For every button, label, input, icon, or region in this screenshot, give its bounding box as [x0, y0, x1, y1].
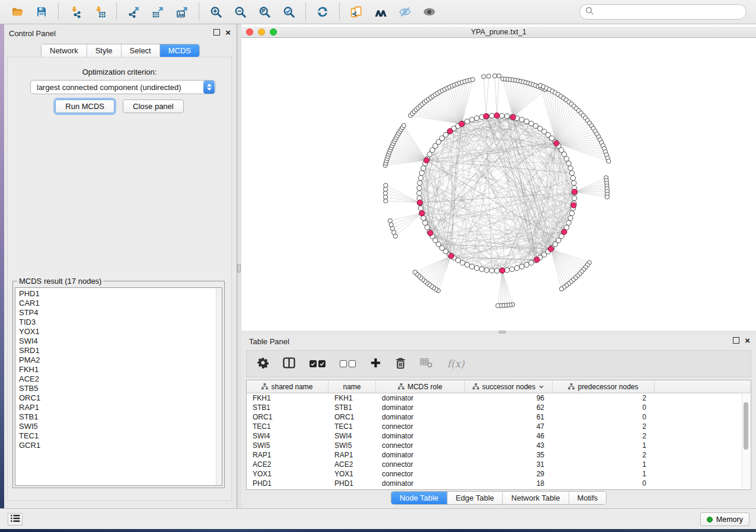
add-column-button[interactable]	[370, 357, 381, 370]
network-view-window: YPA_prune.txt_1	[241, 24, 756, 331]
result-node[interactable]: ACE2	[19, 374, 222, 384]
cell-successor-nodes: 62	[465, 403, 553, 412]
cell-mcds-role: connector	[376, 470, 465, 478]
table-row[interactable]: PHD1PHD1dominator180	[247, 479, 751, 488]
close-table-panel-icon[interactable]: ×	[745, 338, 750, 343]
refresh-view-button[interactable]	[312, 2, 333, 22]
column-header-name[interactable]: name	[328, 380, 376, 393]
column-header-predecessor-nodes[interactable]: predecessor nodes	[553, 380, 655, 393]
cell-predecessor-nodes: 0	[553, 479, 655, 488]
search-input[interactable]	[597, 7, 746, 17]
refresh-icon	[316, 5, 329, 18]
optimization-criterion-select[interactable]: largest connected component (undirected)	[30, 80, 216, 94]
table-scrollbar[interactable]	[742, 394, 749, 488]
cell-shared-name: PHD1	[247, 479, 328, 488]
cell-shared-name: FKH1	[247, 394, 328, 402]
delete-column-button[interactable]	[395, 357, 406, 371]
column-header-MCDS-role[interactable]: MCDS role	[376, 380, 465, 393]
result-node[interactable]: RAP1	[19, 403, 222, 412]
table-columns-button[interactable]	[283, 357, 295, 370]
splitter-grip[interactable]	[237, 264, 241, 273]
result-node[interactable]: SRD1	[19, 346, 222, 355]
result-node[interactable]: CAR1	[19, 299, 222, 308]
tab-network-table[interactable]: Network Table	[503, 492, 569, 504]
show-all-button[interactable]	[419, 2, 439, 22]
tab-style[interactable]: Style	[87, 44, 122, 57]
network-graph[interactable]	[241, 38, 756, 331]
export-network-icon	[127, 6, 140, 18]
table-panel: Table Panel × f(x) shared namenameMCDS r…	[241, 334, 756, 508]
table-settings-button[interactable]	[257, 357, 269, 370]
export-network-button[interactable]	[123, 2, 143, 22]
table-row[interactable]: STB1STB1dominator620	[247, 403, 751, 412]
float-table-panel-icon[interactable]	[733, 337, 739, 344]
mcds-result-list[interactable]: PHD1CAR1STP4TID3YOX1SWI4SRD1PMA2FKH1ACE2…	[15, 287, 222, 486]
table-row[interactable]: YOX1YOX1connector291	[247, 469, 751, 479]
table-row[interactable]: ORC1ORC1dominator610	[247, 412, 751, 422]
cell-mcds-role: dominator	[376, 479, 465, 488]
close-panel-icon[interactable]: ×	[225, 30, 231, 35]
table-row[interactable]: ACE2ACE2connector311	[247, 460, 751, 469]
cell-successor-nodes: 47	[465, 422, 553, 431]
cell-shared-name: SWI4	[247, 432, 328, 440]
trash-icon	[395, 357, 406, 371]
network-window-titlebar[interactable]: YPA_prune.txt_1	[241, 27, 756, 38]
result-node[interactable]: TID3	[19, 318, 222, 327]
result-node[interactable]: STB5	[19, 384, 222, 393]
result-node[interactable]: TEC1	[19, 431, 222, 441]
zoom-selected-button[interactable]	[279, 2, 299, 22]
tree-icon	[473, 383, 479, 390]
result-node[interactable]: STB1	[19, 412, 222, 422]
result-node[interactable]: STP4	[19, 308, 222, 318]
search-box	[579, 4, 747, 20]
result-node[interactable]: YOX1	[19, 327, 222, 336]
table-row[interactable]: RAP1RAP1dominator352	[247, 450, 751, 460]
close-mcds-panel-button[interactable]: Close panel	[123, 100, 184, 113]
result-node[interactable]: GCR1	[19, 441, 222, 450]
tab-node-table[interactable]: Node Table	[391, 492, 448, 504]
result-node[interactable]: PHD1	[19, 289, 222, 299]
export-image-button[interactable]	[172, 2, 192, 22]
zoom-fit-icon	[259, 6, 271, 18]
hide-selected-button[interactable]	[395, 2, 415, 22]
tab-mcds[interactable]: MCDS	[160, 44, 199, 57]
table-row[interactable]: SWI4SWI4dominator462	[247, 431, 751, 441]
run-mcds-button[interactable]: Run MCDS	[55, 100, 114, 113]
tab-motifs[interactable]: Motifs	[569, 492, 606, 504]
import-table-button[interactable]	[90, 2, 110, 22]
zoom-fit-button[interactable]	[254, 2, 275, 22]
select-all-rows-button[interactable]	[310, 360, 326, 367]
create-network-from-selection-button[interactable]	[346, 2, 366, 22]
deselect-all-rows-button[interactable]	[340, 360, 356, 367]
first-neighbors-button[interactable]	[371, 2, 391, 22]
tab-edge-table[interactable]: Edge Table	[447, 492, 503, 504]
memory-button[interactable]: Memory	[700, 512, 749, 526]
open-session-button[interactable]	[7, 2, 27, 22]
result-node[interactable]: SWI4	[19, 336, 222, 346]
result-node[interactable]: ORC1	[19, 393, 222, 403]
import-network-button[interactable]	[65, 2, 85, 22]
table-row[interactable]: SWI5SWI5connector431	[247, 441, 751, 450]
tab-network[interactable]: Network	[42, 44, 87, 57]
export-table-button[interactable]	[148, 2, 168, 22]
result-scrollbar[interactable]	[216, 288, 222, 485]
column-header-successor-nodes[interactable]: successor nodes	[465, 380, 553, 393]
save-session-button[interactable]	[31, 2, 52, 22]
float-panel-icon[interactable]	[213, 29, 220, 36]
table-scrollbar-thumb[interactable]	[744, 402, 748, 450]
network-canvas[interactable]	[241, 38, 756, 331]
table-row[interactable]: TEC1TEC1connector472	[247, 422, 751, 431]
function-builder-button[interactable]: f(x)	[447, 358, 464, 370]
column-header-shared-name[interactable]: shared name	[247, 380, 328, 393]
result-node[interactable]: FKH1	[19, 365, 222, 374]
result-node[interactable]: SWI5	[19, 422, 222, 431]
result-node[interactable]: PMA2	[19, 355, 222, 365]
table-row[interactable]: FKH1FKH1dominator962	[247, 393, 751, 403]
mcds-result-title: MCDS result (17 nodes)	[17, 277, 103, 286]
zoom-in-button[interactable]	[206, 2, 226, 22]
sort-chevron-icon	[538, 384, 544, 389]
tab-select[interactable]: Select	[122, 44, 160, 57]
task-history-button[interactable]	[8, 513, 23, 525]
zoom-out-button[interactable]	[230, 2, 250, 22]
delete-table-button[interactable]	[420, 358, 433, 370]
